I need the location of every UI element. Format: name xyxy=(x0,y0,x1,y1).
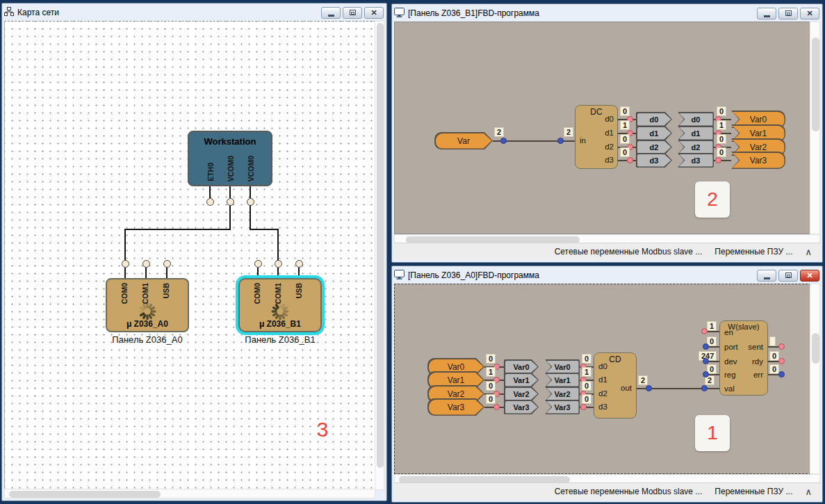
horizontal-scrollbar[interactable] xyxy=(4,489,375,498)
fbd-canvas-a0[interactable]: Var0 0 Var0 Var0 0 Var1 1 Var1 Var1 1 xyxy=(394,284,811,474)
output-pin-label: d0 xyxy=(605,115,614,123)
titlebar-network-map[interactable]: Карта сети ✕ xyxy=(4,5,384,20)
connection-point xyxy=(703,343,709,350)
tag-out-block[interactable]: Var3 xyxy=(504,400,539,414)
port-label-com1: COM1 xyxy=(142,283,149,304)
minimize-button[interactable] xyxy=(321,7,341,19)
value-badge: 0 xyxy=(582,381,591,391)
cd-block[interactable]: CD d0 d1 d2 d3 out xyxy=(594,352,637,418)
workstation-node[interactable]: Workstation ETH0 VCOM0 VCOM0 xyxy=(188,131,272,186)
titlebar-fbd-b1[interactable]: [Панель Z036_B1]FBD-программа ✕ xyxy=(394,6,820,21)
tag-in-block[interactable]: Var2 xyxy=(545,387,580,401)
device-icon: µ xyxy=(126,318,132,329)
tag-in-block[interactable]: d1 xyxy=(678,126,714,140)
net-vars-panel-toggle[interactable]: Сетевые переменные Modbus slave ... xyxy=(555,247,703,257)
wire xyxy=(166,268,168,278)
port-connector[interactable] xyxy=(275,260,282,268)
tag-out-block[interactable]: d2 xyxy=(636,140,672,154)
collapse-chevron-icon[interactable]: ∧ xyxy=(805,247,812,257)
connection-point xyxy=(778,358,785,364)
tag-out-block[interactable]: Var1 xyxy=(504,373,539,387)
port-connector[interactable] xyxy=(295,260,303,268)
window-buttons: ✕ xyxy=(757,270,820,282)
monitor-icon xyxy=(394,8,405,19)
close-button[interactable]: ✕ xyxy=(800,8,819,19)
window-title: [Панель Z036_A0]FBD-программа xyxy=(408,270,753,280)
value-badge: 0 xyxy=(486,381,496,391)
port-connector[interactable] xyxy=(254,260,262,268)
maximize-button[interactable] xyxy=(778,8,798,19)
statusbar: Сетевые переменные Modbus slave ... Пере… xyxy=(394,243,820,260)
value-badge: 0 xyxy=(620,106,630,116)
w-slave-block[interactable]: W(slave) en port dev reg val sent rdy er… xyxy=(719,320,768,396)
network-map-canvas[interactable]: Workstation ETH0 VCOM0 VCOM0 COM0 COM1 U… xyxy=(4,21,375,490)
port-connector[interactable] xyxy=(163,260,171,268)
value-badge: 0 xyxy=(582,394,591,404)
net-vars-panel-toggle[interactable]: Сетевые переменные Modbus slave ... xyxy=(555,487,703,496)
value-badge: 1 xyxy=(717,120,726,130)
rom-vars-panel-toggle[interactable]: Переменные ПЗУ ... xyxy=(714,487,792,496)
maximize-button[interactable] xyxy=(343,7,362,19)
port-connector[interactable] xyxy=(122,260,129,268)
input-pin-label: d2 xyxy=(598,389,607,398)
scrollbar-thumb[interactable] xyxy=(812,333,819,364)
tag-in-block[interactable]: d0 xyxy=(678,112,714,127)
tag-in-block[interactable]: d2 xyxy=(678,140,714,154)
variable-block[interactable]: Var3 xyxy=(731,152,785,169)
variable-block-var[interactable]: Var xyxy=(434,132,493,149)
window-title: [Панель Z036_B1]FBD-программа xyxy=(408,8,753,18)
value-badge: 0 xyxy=(717,134,726,144)
rom-vars-panel-toggle[interactable]: Переменные ПЗУ ... xyxy=(714,247,792,257)
tag-out-block[interactable]: d3 xyxy=(636,153,672,168)
step-marker-2: 2 xyxy=(695,181,730,218)
variable-block[interactable]: Var3 xyxy=(427,398,484,416)
value-badge: 0 xyxy=(717,106,726,116)
connection-point xyxy=(701,385,708,391)
vertical-scrollbar[interactable] xyxy=(810,284,820,474)
close-button[interactable]: ✕ xyxy=(800,270,819,282)
tag-out-block[interactable]: d1 xyxy=(636,126,672,140)
output-pin-label: err xyxy=(753,371,763,379)
minimize-button[interactable] xyxy=(757,270,776,282)
vertical-scrollbar[interactable] xyxy=(810,22,820,234)
panel-node-z036-a0[interactable]: COM0 COM1 USB µZ036_A0 xyxy=(106,278,189,332)
connection-point xyxy=(715,157,721,163)
statusbar: Сетевые переменные Modbus slave ... Пере… xyxy=(394,482,820,500)
tag-out-block[interactable]: d0 xyxy=(636,112,672,127)
workstation-title: Workstation xyxy=(189,136,271,147)
input-pin-label: reg xyxy=(724,371,736,379)
panel-node-z036-b1[interactable]: COM0 COM1 USB µZ036_B1 xyxy=(238,278,322,332)
tag-in-block[interactable]: Var3 xyxy=(545,400,580,414)
input-pin-label: d3 xyxy=(598,403,607,411)
maximize-button[interactable] xyxy=(778,270,798,282)
port-connector[interactable] xyxy=(247,198,254,206)
tag-out-block[interactable]: Var0 xyxy=(504,359,539,374)
tag-out-block[interactable]: Var2 xyxy=(504,387,539,401)
titlebar-fbd-a0[interactable]: [Панель Z036_A0]FBD-программа ✕ xyxy=(394,268,820,283)
dc-block[interactable]: DC in d0 d1 d2 d3 xyxy=(575,105,618,169)
wire xyxy=(250,229,279,230)
output-pin-label: out xyxy=(621,384,632,392)
collapse-chevron-icon[interactable]: ∧ xyxy=(805,487,812,497)
close-button[interactable]: ✕ xyxy=(364,7,384,19)
wire xyxy=(124,268,126,278)
vertical-scrollbar[interactable] xyxy=(375,21,384,490)
port-connector[interactable] xyxy=(142,260,150,268)
port-connector[interactable] xyxy=(206,198,214,206)
tag-in-block[interactable]: d3 xyxy=(678,153,714,168)
maximize-icon xyxy=(350,10,356,15)
value-badge: 2 xyxy=(494,127,504,137)
scrollbar-thumb[interactable] xyxy=(812,38,819,131)
panel-caption: Панель Z036_B1 xyxy=(224,334,336,345)
fbd-canvas-b1[interactable]: Var 2 2 DC in d0 d1 d2 d3 0 xyxy=(394,22,811,234)
fbd-b1-client: Var 2 2 DC in d0 d1 d2 d3 0 xyxy=(394,22,820,260)
scrollbar-thumb[interactable] xyxy=(9,491,161,498)
port-connector[interactable] xyxy=(227,198,234,206)
port-label-vcom0: VCOM0 xyxy=(227,156,235,181)
tag-in-block[interactable]: Var1 xyxy=(545,373,580,387)
wire xyxy=(250,205,251,229)
minimize-button[interactable] xyxy=(757,8,776,19)
scrollbar-thumb[interactable] xyxy=(377,23,384,468)
fbd-a0-client: Var0 0 Var0 Var0 0 Var1 1 Var1 Var1 1 xyxy=(394,284,820,500)
tag-in-block[interactable]: Var0 xyxy=(545,359,580,374)
